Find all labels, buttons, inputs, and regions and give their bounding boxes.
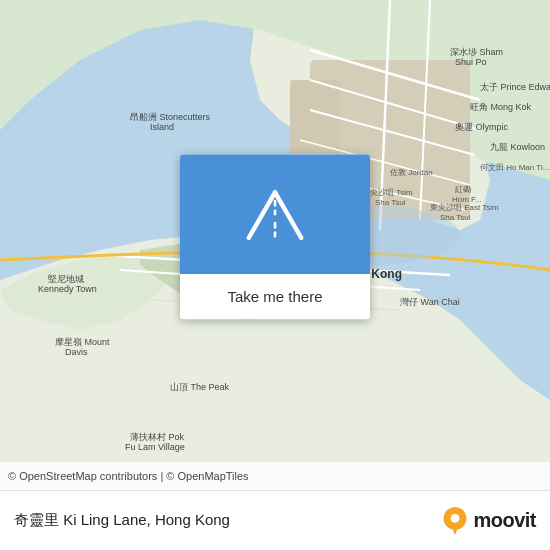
svg-text:Island: Island: [150, 122, 174, 132]
svg-text:山頂 The Peak: 山頂 The Peak: [170, 382, 230, 392]
svg-text:Fu Lam Village: Fu Lam Village: [125, 442, 185, 452]
svg-text:旺角 Mong Kok: 旺角 Mong Kok: [470, 102, 532, 112]
svg-text:Shui Po: Shui Po: [455, 57, 487, 67]
svg-text:灣仔 Wan Chai: 灣仔 Wan Chai: [400, 297, 460, 307]
svg-text:何文田 Ho Man Ti...: 何文田 Ho Man Ti...: [480, 163, 549, 172]
card-icon-area: [180, 154, 370, 274]
attribution-text: © OpenStreetMap contributors | © OpenMap…: [8, 470, 249, 482]
svg-text:Kennedy Town: Kennedy Town: [38, 284, 97, 294]
svg-text:東尖沙咀 East Tsim: 東尖沙咀 East Tsim: [430, 203, 499, 212]
attribution-bar: © OpenStreetMap contributors | © OpenMap…: [0, 462, 550, 490]
map-container: 深水埗 Sham Shui Po 太子 Prince Edward 旺角 Mon…: [0, 0, 550, 490]
svg-text:摩星嶺 Mount: 摩星嶺 Mount: [55, 337, 110, 347]
moovit-brand-text: moovit: [473, 509, 536, 532]
svg-text:太子 Prince Edward: 太子 Prince Edward: [480, 82, 550, 92]
moovit-logo: moovit: [441, 507, 536, 535]
svg-text:薄扶林村 Pok: 薄扶林村 Pok: [130, 432, 185, 442]
moovit-pin-icon: [441, 507, 469, 535]
svg-text:尖沙咀 Tsim: 尖沙咀 Tsim: [370, 188, 413, 197]
bottom-bar: 奇靈里 Ki Ling Lane, Hong Kong moovit: [0, 490, 550, 550]
svg-point-53: [451, 514, 460, 523]
svg-text:佐敦 Jordan: 佐敦 Jordan: [390, 168, 433, 177]
svg-text:Sha Tsui: Sha Tsui: [440, 213, 471, 222]
navigation-card: Take me there: [180, 154, 370, 319]
road-icon: [240, 179, 310, 249]
svg-line-48: [249, 192, 275, 238]
svg-text:奧運 Olympic: 奧運 Olympic: [455, 122, 509, 132]
svg-text:堅尼地城: 堅尼地城: [48, 274, 84, 284]
location-label: 奇靈里 Ki Ling Lane, Hong Kong: [14, 511, 441, 530]
svg-text:昂船洲 Stonecutters: 昂船洲 Stonecutters: [130, 112, 211, 122]
svg-text:Davis: Davis: [65, 347, 88, 357]
svg-marker-54: [452, 526, 459, 535]
svg-text:Hom F...: Hom F...: [452, 195, 482, 204]
svg-text:紅磡: 紅磡: [455, 185, 471, 194]
svg-text:Sha Tsui: Sha Tsui: [375, 198, 406, 207]
svg-line-49: [275, 192, 301, 238]
take-me-there-button[interactable]: Take me there: [180, 274, 370, 319]
svg-text:九龍 Kowloon: 九龍 Kowloon: [490, 142, 545, 152]
svg-text:深水埗 Sham: 深水埗 Sham: [450, 47, 503, 57]
